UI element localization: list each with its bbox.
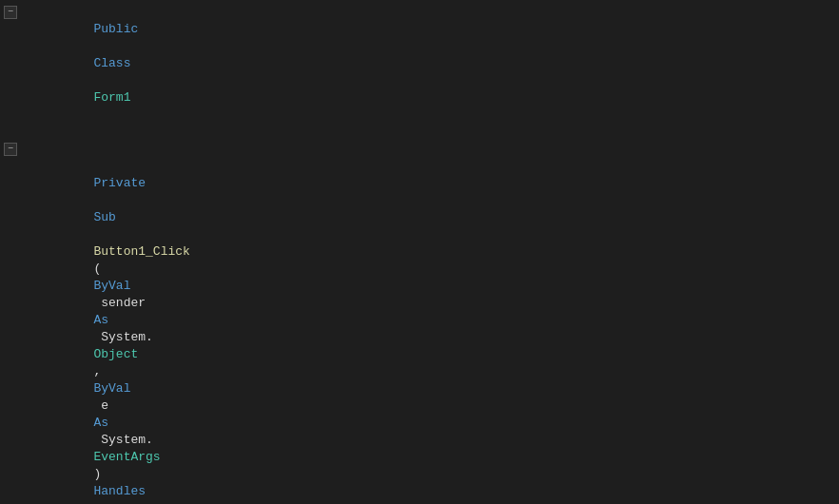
keyword-class: Class xyxy=(93,56,130,70)
sub-button1-content: Private Sub Button1_Click ( ByVal sender… xyxy=(30,141,839,504)
class-name: Form1 xyxy=(93,90,130,105)
line-sub-button1: − Private Sub Button1_Click ( ByVal send… xyxy=(0,141,839,504)
gutter-collapse[interactable]: − xyxy=(4,4,30,19)
line-content: Public Class Form1 xyxy=(30,4,839,124)
collapse-btn-1[interactable]: − xyxy=(4,6,17,19)
code-area: − Public Class Form1 − Private xyxy=(0,0,839,504)
gutter-collapse-2[interactable]: − xyxy=(4,141,30,156)
code-editor: − Public Class Form1 − Private xyxy=(0,0,839,504)
line-public-class: − Public Class Form1 xyxy=(0,4,839,124)
line-blank-1 xyxy=(0,124,839,141)
keyword-public: Public xyxy=(93,22,138,36)
collapse-btn-2[interactable]: − xyxy=(4,143,17,156)
